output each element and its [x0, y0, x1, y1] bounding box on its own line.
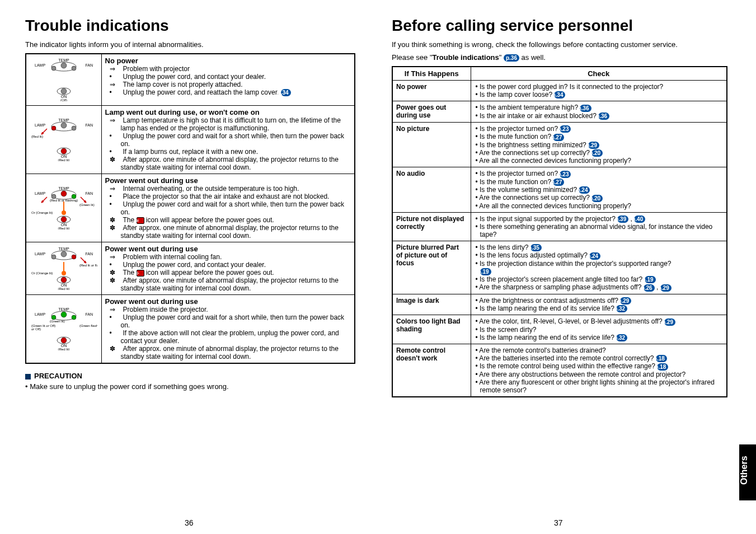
svg-text:or Off): or Off) [31, 327, 41, 331]
trouble-title: No power [105, 57, 351, 65]
svg-text:FAN: FAN [85, 63, 93, 67]
check-row: Power goes out during use• Is the ambien… [392, 101, 727, 123]
svg-text:(Red lit): (Red lit) [58, 227, 69, 229]
svg-text:ON: ON [61, 154, 67, 158]
check-item: • Is the screen dirty? [475, 326, 724, 334]
svg-point-7 [61, 88, 67, 94]
svg-point-48 [61, 277, 67, 283]
trouble-row: TEMP LAMP FAN ON (Red lit) (Red lit or f… [26, 174, 355, 242]
page-ref: p.34 [281, 89, 291, 96]
trouble-line: ✽After approx. one minute of abnormal di… [115, 224, 351, 240]
svg-text:(Red lit): (Red lit) [58, 158, 69, 161]
check-cell: • Are the brightness or contrast adjustm… [471, 294, 727, 315]
heat-icon: ≋ [137, 217, 144, 224]
page-ref: p.19 [645, 276, 656, 283]
trouble-line: ✽The ≋ icon will appear before the power… [115, 216, 351, 224]
check-item: • Are all the connected devices function… [475, 157, 724, 165]
page-ref: p.29 [588, 142, 599, 149]
check-item: • Is the input signal supported by the p… [475, 215, 724, 223]
check-row: Image is dark• Are the brightness or con… [392, 294, 727, 315]
svg-point-17 [72, 126, 76, 130]
svg-text:(Green flashing): (Green flashing) [79, 324, 97, 327]
svg-text:(Green lit): (Green lit) [50, 320, 65, 323]
svg-point-45 [72, 255, 76, 259]
check-item: • Are the color, tint, R-level, G-level,… [475, 317, 724, 325]
svg-point-31 [62, 210, 66, 215]
happens-cell: Picture blurred Part of picture out of f… [392, 241, 471, 294]
indicator-diagram: TEMP LAMP FAN ON (Red lit) (Green lit)(G… [26, 295, 101, 364]
right-page: Before calling service personnel If you … [392, 17, 727, 397]
check-item: • Are the batteries inserted into the re… [475, 354, 724, 362]
page-ref: p.18 [657, 363, 668, 371]
svg-text:LAMP: LAMP [35, 123, 45, 127]
svg-text:TEMP: TEMP [58, 118, 69, 122]
check-item: • Is the projector turned on? p.23 [475, 170, 724, 177]
check-item: • Is the volume setting minimized? p.24 [475, 186, 724, 194]
check-cell: • Are the color, tint, R-level, G-level,… [471, 315, 727, 344]
page-ref: p.36 [598, 113, 609, 120]
square-icon [25, 374, 31, 380]
page-ref: p.27 [553, 134, 564, 141]
trouble-intro: The indicator lights inform you of inter… [25, 40, 355, 49]
svg-point-61 [61, 338, 67, 343]
trouble-line: ⇒Internal overheating, or the outside te… [115, 185, 351, 193]
check-item: • Are the remote control's batteries dra… [475, 346, 724, 354]
svg-text:(Off): (Off) [60, 99, 67, 101]
svg-text:Or (Orange lit): Or (Orange lit) [31, 211, 53, 214]
page-ref: p.36 [580, 105, 591, 112]
svg-text:LAMP: LAMP [35, 63, 45, 67]
check-cell: • Is the ambient temperature high? p.36•… [471, 101, 727, 123]
page-ref: p.32 [616, 334, 627, 341]
trouble-line: ⇒The lamp cover is not properly attached… [115, 81, 351, 88]
page-ref: p.36 [504, 54, 519, 62]
trouble-description: Power went out during use⇒Internal overh… [101, 174, 355, 242]
precaution-label: PRECAUTION [34, 372, 82, 380]
svg-text:TEMP: TEMP [58, 247, 69, 251]
check-cell: • Is the input signal supported by the p… [471, 212, 727, 241]
svg-point-18 [61, 148, 67, 154]
svg-point-4 [51, 66, 56, 71]
check-item: • Is the lens focus adjusted optimally? … [475, 251, 724, 259]
happens-cell: No power [392, 81, 471, 101]
trouble-line: •Unplug the power cord and wait for a sh… [115, 313, 351, 329]
page-ref: p.24 [579, 186, 590, 194]
trouble-line: •Unplug the power cord, and contact your… [115, 261, 351, 269]
happens-cell: Image is dark [392, 294, 471, 315]
trouble-description: Power went out during use⇒Problem with i… [101, 242, 355, 295]
trouble-row: TEMP LAMP FAN ON (Red lit) (Red lit or f… [26, 242, 355, 295]
trouble-line: ⇒Problem with projector [115, 65, 351, 73]
check-item: • Are the brightness or contrast adjustm… [475, 297, 724, 305]
svg-point-24 [61, 191, 67, 196]
trouble-line: ✽The ✢ icon will appear before the power… [115, 269, 351, 277]
trouble-line: •Place the projector so that the air int… [115, 193, 351, 200]
trouble-line: •Unplug the power cord, and reattach the… [115, 88, 351, 96]
trouble-heading: Trouble indications [25, 17, 355, 35]
happens-cell: No picture [392, 123, 471, 167]
check-table: If This Happens Check No power• Is the p… [392, 66, 727, 397]
page-ref: p.23 [560, 125, 571, 133]
page-ref: p.19 [480, 268, 491, 275]
check-item: • Is the air intake or air exhaust block… [475, 112, 724, 120]
trouble-line: •If the above action will not clear the … [115, 329, 351, 345]
svg-text:(Red lit): (Red lit) [58, 348, 69, 350]
page-ref: p.35 [530, 244, 542, 251]
check-item: • Are the sharpness or sampling phase ad… [475, 283, 724, 291]
trouble-title: Power went out during use [105, 245, 351, 253]
svg-text:(Green lit): (Green lit) [79, 203, 95, 207]
page-ref: p.20 [591, 195, 603, 202]
page-ref: p.20 [591, 149, 603, 157]
check-cell: • Are the remote control's batteries dra… [471, 344, 727, 396]
check-cell: • Is the power cord plugged in? Is it co… [471, 81, 727, 101]
page-ref: p.26 [644, 284, 655, 292]
trouble-description: No power⇒Problem with projector•Unplug t… [101, 54, 355, 106]
check-item: • Is the brightness setting minimized? p… [475, 141, 724, 149]
svg-text:FAN: FAN [85, 312, 93, 316]
page-ref: p.18 [656, 355, 667, 362]
trouble-title: Lamp went out during use, or won't come … [105, 108, 351, 116]
intro2b: Trouble indications [433, 53, 499, 62]
page-ref: p.27 [553, 179, 564, 186]
check-row: Picture not displayed correctly• Is the … [392, 212, 727, 241]
check-row: Colors too light Bad shading• Are the co… [392, 315, 727, 344]
precaution-heading: PRECAUTION [25, 372, 355, 380]
check-row: No audio• Is the projector turned on? p.… [392, 167, 727, 212]
